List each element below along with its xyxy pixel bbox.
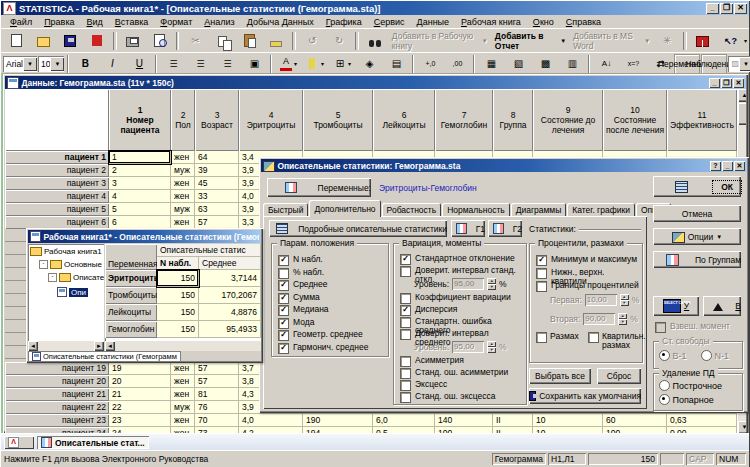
stat-mean-value[interactable]: 4,8876 xyxy=(199,304,261,321)
checkbox-медиана[interactable]: ✓Медиана xyxy=(278,305,386,316)
tree-item-1[interactable]: Рабочая книга1 xyxy=(30,247,102,256)
stat-table-span-header[interactable]: Описательные статис xyxy=(157,244,261,257)
checkbox-мода[interactable]: ✓Мода xyxy=(278,318,386,329)
stat-mean-value[interactable]: 3,7144 xyxy=(199,270,261,287)
tag-icon[interactable]: ◈ xyxy=(356,54,382,74)
column-header-3[interactable]: 3Возраст xyxy=(195,89,239,151)
borders-icon[interactable]: ⊞▾ xyxy=(329,54,355,74)
add-to-report-button[interactable]: Добавить в Отчет▼ xyxy=(492,31,569,51)
menu-формат[interactable]: Формат xyxy=(154,16,198,28)
sheet-tab[interactable]: Описательные статистики (Гемограмм xyxy=(28,351,181,361)
row-header[interactable]: пациент 21 xyxy=(5,388,109,401)
row-header[interactable]: пациент 3 xyxy=(5,177,109,190)
spinner[interactable]: ▲▼ xyxy=(618,313,627,325)
tree-item-3[interactable]: -Описате xyxy=(48,273,104,282)
row-header[interactable]: пациент 19 xyxy=(5,362,109,375)
checkbox-размах[interactable]: Размах xyxy=(536,332,586,343)
variables-button[interactable]: Переменные: xyxy=(267,178,371,197)
insert-block-icon-2[interactable]: ▧ xyxy=(505,54,531,74)
tab-нормальность[interactable]: Нормальность xyxy=(442,203,510,217)
font-combo[interactable]: Arial▼ xyxy=(3,56,37,72)
level-value[interactable]: 95,00 xyxy=(452,341,484,353)
column-header-5[interactable]: 5Тромбоциты xyxy=(303,89,373,151)
case-selection-dropdown-1[interactable]: ▨▼ xyxy=(728,56,750,72)
spinner[interactable]: ▲▼ xyxy=(487,278,496,290)
insert-block-icon-4[interactable]: ▥ xyxy=(559,54,585,74)
spinner[interactable]: ▲▼ xyxy=(620,294,629,306)
pdf-icon[interactable] xyxy=(84,31,110,51)
data-minimize-button[interactable]: _ xyxy=(709,78,720,88)
align-left-icon[interactable]: ☰ xyxy=(160,54,186,74)
checkbox-сумма[interactable]: ✓Сумма xyxy=(278,293,386,304)
decrease-decimals-icon[interactable]: ,00 xyxy=(444,54,470,74)
data-cell[interactable]: 10 xyxy=(533,414,603,427)
sort-icon[interactable]: А↓ xyxy=(593,54,619,74)
fill-color-icon[interactable]: ▉▾ xyxy=(302,54,328,74)
stat-n-value[interactable]: 150 xyxy=(157,304,199,321)
dialog-minimize-button[interactable]: _ xyxy=(722,161,733,171)
data-cell[interactable]: 57 xyxy=(195,375,239,388)
data-cell[interactable]: 64 xyxy=(195,151,239,164)
checkbox-n-набл-[interactable]: ✓N набл. xyxy=(278,255,386,266)
data-close-button[interactable]: ✕ xyxy=(733,78,744,88)
data-cell[interactable]: 21 xyxy=(109,388,171,401)
tab-диаграммы[interactable]: Диаграммы xyxy=(511,203,567,217)
detailed-stats-button[interactable]: Подробные описательные статистики xyxy=(269,220,447,237)
stat-row-name[interactable]: Тромбоциты xyxy=(105,287,157,304)
tree-item-4[interactable]: Опи xyxy=(57,286,88,298)
data-cell[interactable]: муж xyxy=(171,203,195,216)
print-preview-icon[interactable] xyxy=(147,31,173,51)
checkbox-стандартное-отклонение[interactable]: ✓Стандартное отклонение xyxy=(400,254,524,265)
column-header-9[interactable]: 9Состояние до лечения xyxy=(533,89,603,151)
menu-окно[interactable]: Окно xyxy=(527,16,560,28)
checkbox-среднее[interactable]: ✓Среднее xyxy=(278,280,386,291)
italic-icon[interactable]: I xyxy=(99,54,125,74)
data-cell[interactable]: муж xyxy=(171,164,195,177)
tab-дополнительно[interactable]: Дополнительно xyxy=(309,200,380,217)
options-button[interactable]: Опции ▼ xyxy=(653,228,741,245)
tree-item-2[interactable]: -Основные с xyxy=(39,260,104,269)
checkbox-эксцесс[interactable]: Эксцесс xyxy=(400,380,524,391)
stat-mean-value[interactable]: 170,2067 xyxy=(199,287,261,304)
bold-icon[interactable]: B xyxy=(72,54,98,74)
close-button[interactable]: ✕ xyxy=(734,3,747,14)
scroll-up-icon[interactable]: ▲ xyxy=(738,89,746,102)
checkbox-дисперсия[interactable]: ✓Дисперсия xyxy=(400,305,524,316)
tree-hscrollbar[interactable]: ◄ ► xyxy=(28,341,104,351)
underline-icon[interactable]: U xyxy=(126,54,152,74)
data-cell[interactable]: 1 xyxy=(109,151,171,164)
align-center-icon[interactable]: ☰ xyxy=(187,54,213,74)
merge-cells-icon[interactable]: ▣ xyxy=(241,54,267,74)
save-defaults-button[interactable]: Сохранить как умолчания xyxy=(529,388,641,404)
row-header[interactable]: пациент 22 xyxy=(5,401,109,414)
data-cell[interactable]: 33 xyxy=(195,190,239,203)
menu-рабочая-книга[interactable]: Рабочая книга xyxy=(455,16,527,28)
checkbox-минимум-и-максимум[interactable]: ✓Минимум и максимум xyxy=(536,255,640,266)
stat-row-name[interactable]: Эритроциты xyxy=(105,270,157,287)
toolbar-overflow-icon[interactable]: ▾ xyxy=(744,37,747,44)
checkbox-гармонич-среднее[interactable]: ✓Гармонич. среднее xyxy=(278,343,386,354)
checkbox-станд-ош-асимметрии[interactable]: Станд. ош. асимметрии xyxy=(400,368,524,379)
restore-button[interactable]: ❐ xyxy=(720,3,733,14)
row-header[interactable]: пациент 5 xyxy=(5,203,109,216)
ok-button[interactable]: ОК xyxy=(653,176,741,197)
stat-row-name[interactable]: Гемоглобин xyxy=(105,321,157,338)
checkbox-границы-процентилей[interactable]: Границы процентилей xyxy=(536,281,640,292)
menu-правка[interactable]: Правка xyxy=(38,16,80,28)
data-cell[interactable]: жен xyxy=(171,362,195,375)
menu-добыча-данных[interactable]: Добыча Данных xyxy=(241,16,320,28)
data-cell[interactable]: 70 xyxy=(195,414,239,427)
data-cell[interactable]: жен xyxy=(171,414,195,427)
help-icon[interactable]: ↖? xyxy=(717,31,743,51)
data-cell[interactable]: 6,0 xyxy=(373,414,435,427)
column-header-7[interactable]: 7Гемоглобин xyxy=(435,89,493,151)
data-cell[interactable]: 57 xyxy=(195,362,239,375)
font-color-icon[interactable]: А▾ xyxy=(275,54,301,74)
tab-быстрый[interactable]: Быстрый xyxy=(263,203,308,217)
data-cell[interactable]: 4 xyxy=(109,190,171,203)
g2-button[interactable]: Г2 xyxy=(488,220,522,237)
stat-mean-value[interactable]: 95,4933 xyxy=(199,321,261,338)
reset-button[interactable]: Сброс xyxy=(597,368,641,384)
data-cell[interactable]: 39 xyxy=(195,164,239,177)
row-header[interactable]: пациент 2 xyxy=(5,164,109,177)
